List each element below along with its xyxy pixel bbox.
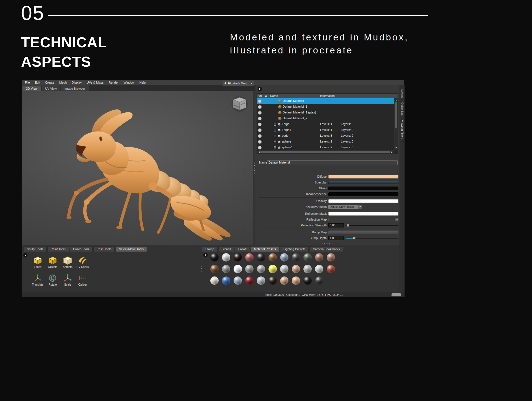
menu-file[interactable]: File bbox=[22, 81, 32, 84]
expand-icon[interactable]: + bbox=[274, 146, 276, 149]
visibility-toggle[interactable] bbox=[258, 128, 262, 132]
tab-uv-view[interactable]: UV View bbox=[42, 86, 60, 91]
tray-expand-button[interactable] bbox=[23, 253, 28, 258]
tool-translate[interactable]: Translate bbox=[30, 273, 45, 286]
material-preset-sphere[interactable] bbox=[245, 265, 254, 273]
hscroll-thumb[interactable] bbox=[260, 151, 390, 153]
presets-expand-button[interactable] bbox=[203, 253, 208, 257]
scroll-down-icon[interactable] bbox=[395, 147, 397, 149]
material-preset-sphere[interactable] bbox=[210, 265, 219, 273]
material-preset-sphere[interactable] bbox=[245, 253, 254, 262]
status-scrollbar[interactable] bbox=[392, 293, 401, 296]
opacity-swatch[interactable] bbox=[328, 199, 398, 203]
tab-camera-bookmarks[interactable]: Camera Bookmarks bbox=[310, 246, 343, 252]
specular-swatch[interactable] bbox=[328, 181, 398, 184]
tool-faces[interactable]: Faces bbox=[30, 256, 45, 268]
tab-lighting-presets[interactable]: Lighting Presets bbox=[280, 246, 309, 252]
material-preset-sphere[interactable] bbox=[280, 276, 288, 285]
side-tab-layers[interactable]: Layers bbox=[401, 87, 404, 100]
material-preset-sphere[interactable] bbox=[327, 253, 335, 262]
material-preset-sphere[interactable] bbox=[210, 276, 219, 285]
object-row-sphere1[interactable]: +sphere1Levels: 2Layers: 0 bbox=[257, 145, 394, 150]
tab-image-browser[interactable]: Image Browser bbox=[61, 86, 89, 91]
material-preset-sphere[interactable] bbox=[257, 253, 265, 262]
material-preset-sphere[interactable] bbox=[280, 265, 288, 273]
material-preset-sphere[interactable] bbox=[234, 253, 242, 262]
material-preset-sphere[interactable] bbox=[292, 265, 300, 273]
tab-stencil[interactable]: Stencil bbox=[218, 246, 234, 252]
scroll-up-icon[interactable] bbox=[395, 99, 397, 101]
user-selector[interactable]: Elizabeth Mort.. bbox=[222, 81, 254, 86]
material-preset-sphere[interactable] bbox=[280, 253, 288, 262]
tab-pose-tools[interactable]: Pose Tools bbox=[93, 246, 115, 252]
panel-splitter[interactable] bbox=[253, 91, 255, 245]
bump-map-bar[interactable] bbox=[328, 231, 398, 234]
browse-map-button[interactable]: ... bbox=[395, 218, 398, 221]
side-tab-viewport-filters[interactable]: Viewport Filters bbox=[401, 118, 404, 142]
material-preset-sphere[interactable] bbox=[303, 276, 312, 285]
object-row-sphere[interactable]: +sphereLevels: 2Layers: 0 bbox=[257, 139, 394, 145]
dropdown-arrow-button[interactable] bbox=[358, 205, 362, 209]
visibility-toggle[interactable] bbox=[258, 117, 262, 120]
material-preset-sphere[interactable] bbox=[234, 265, 242, 273]
tab-curve-tools[interactable]: Curve Tools bbox=[70, 246, 93, 252]
material-preset-sphere[interactable] bbox=[315, 276, 323, 285]
menu-window[interactable]: Window bbox=[121, 81, 137, 84]
bump-depth-slider[interactable] bbox=[346, 236, 398, 240]
material-preset-sphere[interactable] bbox=[234, 276, 242, 285]
diffuse-swatch[interactable] bbox=[328, 175, 398, 178]
tab-3d-view[interactable]: 3D View bbox=[22, 86, 41, 91]
material-preset-sphere[interactable] bbox=[315, 253, 323, 262]
side-tab-object-list[interactable]: Object List bbox=[401, 100, 404, 118]
menu-create[interactable]: Create bbox=[43, 81, 57, 84]
tray-divider-grip[interactable] bbox=[201, 265, 202, 273]
slider-handle[interactable] bbox=[353, 237, 355, 239]
menu-mesh[interactable]: Mesh bbox=[57, 81, 69, 84]
material-preset-sphere[interactable] bbox=[268, 253, 277, 262]
reflection-strength-field[interactable]: 0.00 bbox=[328, 223, 344, 227]
tool-rotate[interactable]: Rotate bbox=[45, 273, 60, 286]
tab-select-move-tools[interactable]: Select/Move Tools bbox=[116, 246, 147, 252]
tab-paint-tools[interactable]: Paint Tools bbox=[47, 246, 69, 252]
tool-objects[interactable]: Objects bbox=[45, 256, 60, 268]
expand-icon[interactable]: + bbox=[274, 129, 276, 131]
menu-edit[interactable]: Edit bbox=[32, 81, 43, 84]
opacity-affects-dropdown[interactable]: Diffuse Only (glass) bbox=[328, 205, 362, 209]
reflection-mask-swatch[interactable] bbox=[328, 212, 398, 216]
material-preset-sphere[interactable] bbox=[303, 253, 312, 262]
tool-uv-shells[interactable]: UV Shells bbox=[75, 256, 90, 268]
bump-depth-field[interactable]: 1.00 bbox=[328, 236, 344, 240]
visibility-toggle[interactable] bbox=[258, 134, 262, 138]
tab-stamp[interactable]: Stamp bbox=[202, 246, 218, 252]
material-preset-sphere[interactable] bbox=[292, 253, 300, 262]
material-preset-sphere[interactable] bbox=[245, 276, 254, 285]
material-preset-sphere[interactable] bbox=[268, 276, 277, 285]
tool-scale[interactable]: Scale bbox=[60, 273, 75, 286]
expand-icon[interactable]: + bbox=[274, 123, 276, 126]
menu-uvs-maps[interactable]: UVs & Maps bbox=[84, 81, 106, 84]
splitter-grip-icon[interactable] bbox=[254, 162, 255, 175]
tab-material-presets[interactable]: Material Presets bbox=[251, 246, 279, 252]
material-preset-sphere[interactable] bbox=[257, 265, 265, 273]
slider-handle[interactable] bbox=[347, 224, 349, 227]
object-row-default-material-1[interactable]: Default Material_1 bbox=[257, 104, 394, 110]
reflection-strength-slider[interactable] bbox=[346, 223, 398, 227]
menu-display[interactable]: Display bbox=[69, 81, 84, 84]
tool-caliper[interactable]: Caliper bbox=[75, 273, 90, 286]
tab-sculpt-tools[interactable]: Sculpt Tools bbox=[24, 246, 47, 252]
expand-icon[interactable]: + bbox=[274, 141, 276, 143]
visibility-toggle[interactable] bbox=[258, 146, 262, 149]
scroll-left-icon[interactable] bbox=[258, 151, 260, 153]
material-preset-sphere[interactable] bbox=[222, 276, 230, 285]
object-list-vscrollbar[interactable] bbox=[394, 98, 398, 150]
visibility-toggle[interactable] bbox=[258, 140, 262, 144]
visibility-toggle[interactable] bbox=[258, 99, 262, 103]
visibility-toggle[interactable] bbox=[258, 105, 262, 109]
gloss-swatch[interactable] bbox=[328, 187, 398, 190]
scroll-right-icon[interactable] bbox=[391, 151, 393, 153]
object-row-default-material-2[interactable]: Default Material_2 bbox=[257, 116, 394, 121]
material-preset-sphere[interactable] bbox=[210, 253, 219, 262]
visibility-toggle[interactable] bbox=[258, 123, 262, 126]
object-row-thigh[interactable]: +ThighLevels: 1Layers: 0 bbox=[257, 121, 394, 127]
material-preset-sphere[interactable] bbox=[222, 253, 230, 262]
